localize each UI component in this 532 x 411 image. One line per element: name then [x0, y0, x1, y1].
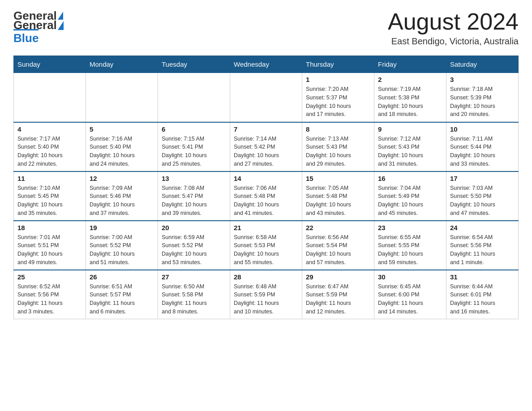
day-number: 6 [162, 125, 226, 133]
day-info: Sunrise: 6:51 AMSunset: 5:57 PMDaylight:… [90, 283, 154, 316]
day-number: 30 [378, 273, 442, 281]
table-row: 17Sunrise: 7:03 AMSunset: 5:50 PMDayligh… [446, 171, 519, 221]
day-info: Sunrise: 7:11 AMSunset: 5:44 PMDaylight:… [450, 135, 515, 168]
day-info: Sunrise: 7:05 AMSunset: 5:48 PMDaylight:… [306, 184, 370, 218]
calendar-table: Sunday Monday Tuesday Wednesday Thursday… [13, 56, 519, 319]
table-row [230, 73, 302, 122]
table-row: 6Sunrise: 7:15 AMSunset: 5:41 PMDaylight… [158, 122, 230, 171]
table-row: 29Sunrise: 6:47 AMSunset: 5:59 PMDayligh… [302, 270, 374, 319]
day-info: Sunrise: 6:48 AMSunset: 5:59 PMDaylight:… [234, 283, 298, 316]
day-info: Sunrise: 7:20 AMSunset: 5:37 PMDaylight:… [306, 85, 370, 119]
page-title: August 2024 [388, 9, 519, 34]
table-row: 18Sunrise: 7:01 AMSunset: 5:51 PMDayligh… [14, 221, 86, 270]
table-row: 8Sunrise: 7:13 AMSunset: 5:43 PMDaylight… [302, 122, 374, 171]
day-info: Sunrise: 7:09 AMSunset: 5:46 PMDaylight:… [90, 184, 154, 218]
col-monday: Monday [86, 56, 158, 73]
table-row: 14Sunrise: 7:06 AMSunset: 5:48 PMDayligh… [230, 171, 302, 221]
day-number: 19 [90, 224, 154, 231]
table-row: 7Sunrise: 7:14 AMSunset: 5:42 PMDaylight… [230, 122, 302, 171]
header-right: August 2024 East Bendigo, Victoria, Aust… [388, 9, 519, 47]
logo-blue-text: Blue [13, 29, 39, 45]
day-number: 21 [234, 224, 298, 231]
day-info: Sunrise: 7:18 AMSunset: 5:39 PMDaylight:… [450, 85, 515, 119]
day-number: 17 [450, 175, 515, 182]
table-row: 11Sunrise: 7:10 AMSunset: 5:45 PMDayligh… [14, 171, 86, 221]
day-info: Sunrise: 7:03 AMSunset: 5:50 PMDaylight:… [450, 184, 515, 218]
table-row: 1Sunrise: 7:20 AMSunset: 5:37 PMDaylight… [302, 73, 374, 122]
day-info: Sunrise: 6:47 AMSunset: 5:59 PMDaylight:… [306, 283, 370, 316]
day-info: Sunrise: 6:44 AMSunset: 6:01 PMDaylight:… [450, 283, 515, 316]
logo-arrow-icon [58, 21, 64, 30]
col-friday: Friday [374, 56, 446, 73]
table-row: 31Sunrise: 6:44 AMSunset: 6:01 PMDayligh… [446, 270, 519, 319]
table-row: 30Sunrise: 6:45 AMSunset: 6:00 PMDayligh… [374, 270, 446, 319]
day-number: 22 [306, 224, 370, 231]
day-number: 28 [234, 273, 298, 281]
col-sunday: Sunday [14, 56, 86, 73]
calendar-week-row: 1Sunrise: 7:20 AMSunset: 5:37 PMDaylight… [14, 73, 519, 122]
calendar-week-row: 4Sunrise: 7:17 AMSunset: 5:40 PMDaylight… [14, 122, 519, 171]
day-info: Sunrise: 7:14 AMSunset: 5:42 PMDaylight:… [234, 135, 298, 168]
col-tuesday: Tuesday [158, 56, 230, 73]
day-info: Sunrise: 7:17 AMSunset: 5:40 PMDaylight:… [17, 135, 82, 168]
table-row: 26Sunrise: 6:51 AMSunset: 5:57 PMDayligh… [86, 270, 158, 319]
day-number: 16 [378, 175, 442, 182]
day-number: 31 [450, 273, 515, 281]
day-info: Sunrise: 7:13 AMSunset: 5:43 PMDaylight:… [306, 135, 370, 168]
table-row: 5Sunrise: 7:16 AMSunset: 5:40 PMDaylight… [86, 122, 158, 171]
table-row: 28Sunrise: 6:48 AMSunset: 5:59 PMDayligh… [230, 270, 302, 319]
day-info: Sunrise: 7:12 AMSunset: 5:43 PMDaylight:… [378, 135, 442, 168]
table-row [14, 73, 86, 122]
day-number: 18 [17, 224, 82, 231]
day-number: 9 [378, 125, 442, 133]
col-wednesday: Wednesday [230, 56, 302, 73]
day-number: 10 [450, 125, 515, 133]
table-row: 24Sunrise: 6:54 AMSunset: 5:56 PMDayligh… [446, 221, 519, 270]
table-row: 2Sunrise: 7:19 AMSunset: 5:38 PMDaylight… [374, 73, 446, 122]
day-info: Sunrise: 7:15 AMSunset: 5:41 PMDaylight:… [162, 135, 226, 168]
page-subtitle: East Bendigo, Victoria, Australia [388, 36, 519, 47]
table-row: 16Sunrise: 7:04 AMSunset: 5:49 PMDayligh… [374, 171, 446, 221]
day-info: Sunrise: 7:00 AMSunset: 5:52 PMDaylight:… [90, 233, 154, 267]
day-number: 12 [90, 175, 154, 182]
day-info: Sunrise: 6:55 AMSunset: 5:55 PMDaylight:… [378, 233, 442, 267]
table-row [158, 73, 230, 122]
table-row: 25Sunrise: 6:52 AMSunset: 5:56 PMDayligh… [14, 270, 86, 319]
table-row: 21Sunrise: 6:58 AMSunset: 5:53 PMDayligh… [230, 221, 302, 270]
day-number: 13 [162, 175, 226, 182]
day-number: 29 [306, 273, 370, 281]
logo: General General Blue [13, 9, 64, 45]
day-number: 23 [378, 224, 442, 231]
calendar-week-row: 11Sunrise: 7:10 AMSunset: 5:45 PMDayligh… [14, 171, 519, 221]
day-number: 3 [450, 76, 515, 83]
table-row: 20Sunrise: 6:59 AMSunset: 5:52 PMDayligh… [158, 221, 230, 270]
day-number: 1 [306, 76, 370, 83]
day-info: Sunrise: 7:01 AMSunset: 5:51 PMDaylight:… [17, 233, 82, 267]
table-row: 15Sunrise: 7:05 AMSunset: 5:48 PMDayligh… [302, 171, 374, 221]
calendar-week-row: 18Sunrise: 7:01 AMSunset: 5:51 PMDayligh… [14, 221, 519, 270]
table-row: 3Sunrise: 7:18 AMSunset: 5:39 PMDaylight… [446, 73, 519, 122]
day-number: 2 [378, 76, 442, 83]
day-number: 27 [162, 273, 226, 281]
calendar-header-row: Sunday Monday Tuesday Wednesday Thursday… [14, 56, 519, 73]
day-number: 5 [90, 125, 154, 133]
day-number: 4 [17, 125, 82, 133]
day-info: Sunrise: 7:16 AMSunset: 5:40 PMDaylight:… [90, 135, 154, 168]
table-row: 10Sunrise: 7:11 AMSunset: 5:44 PMDayligh… [446, 122, 519, 171]
table-row: 13Sunrise: 7:08 AMSunset: 5:47 PMDayligh… [158, 171, 230, 221]
day-number: 24 [450, 224, 515, 231]
day-info: Sunrise: 7:06 AMSunset: 5:48 PMDaylight:… [234, 184, 298, 218]
table-row: 19Sunrise: 7:00 AMSunset: 5:52 PMDayligh… [86, 221, 158, 270]
col-thursday: Thursday [302, 56, 374, 73]
page-header: General General Blue August 2024 East Be… [13, 9, 519, 47]
day-info: Sunrise: 6:50 AMSunset: 5:58 PMDaylight:… [162, 283, 226, 316]
day-info: Sunrise: 6:52 AMSunset: 5:56 PMDaylight:… [17, 283, 82, 316]
day-number: 15 [306, 175, 370, 182]
day-number: 8 [306, 125, 370, 133]
table-row: 12Sunrise: 7:09 AMSunset: 5:46 PMDayligh… [86, 171, 158, 221]
day-info: Sunrise: 7:19 AMSunset: 5:38 PMDaylight:… [378, 85, 442, 119]
table-row: 23Sunrise: 6:55 AMSunset: 5:55 PMDayligh… [374, 221, 446, 270]
day-number: 14 [234, 175, 298, 182]
calendar-week-row: 25Sunrise: 6:52 AMSunset: 5:56 PMDayligh… [14, 270, 519, 319]
table-row [86, 73, 158, 122]
